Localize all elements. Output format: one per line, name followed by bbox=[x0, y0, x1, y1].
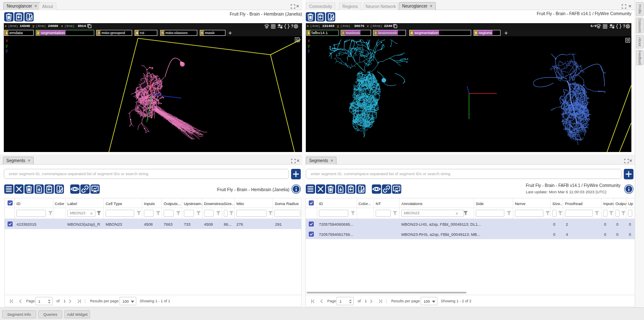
svg-text:?: ? bbox=[623, 24, 625, 29]
svg-text:?: ? bbox=[291, 24, 294, 29]
